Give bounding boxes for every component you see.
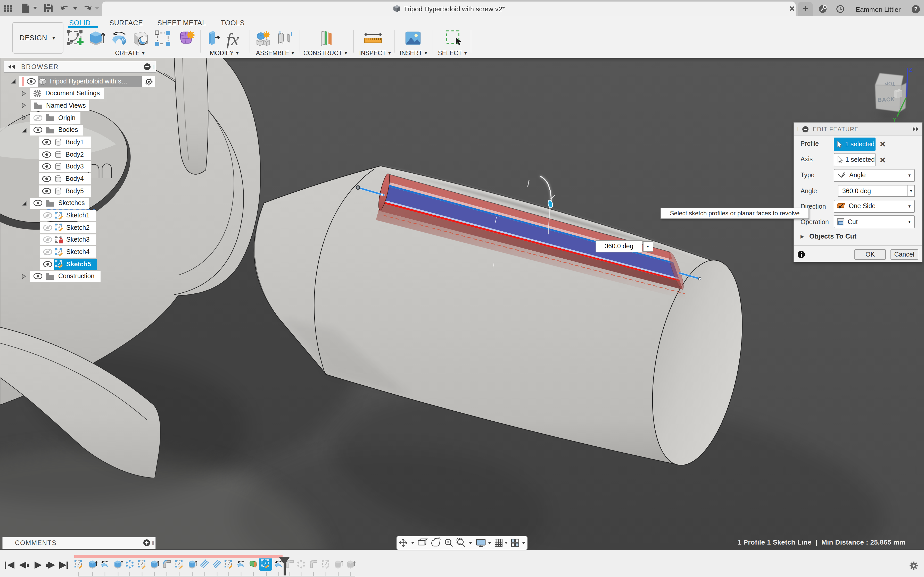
svg-text:Z: Z xyxy=(909,66,913,73)
svg-text:BACK: BACK xyxy=(877,96,895,103)
svg-text:fx: fx xyxy=(226,30,239,48)
svg-text:?: ? xyxy=(914,6,918,12)
